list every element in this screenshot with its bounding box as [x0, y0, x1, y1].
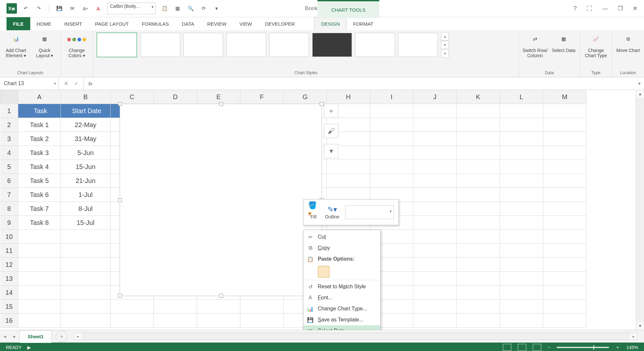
- fx-icon[interactable]: fx: [84, 77, 97, 90]
- row-header[interactable]: 5: [0, 160, 18, 174]
- cell[interactable]: [370, 118, 413, 132]
- cell[interactable]: [413, 188, 457, 202]
- cell[interactable]: [61, 258, 111, 272]
- tab-format[interactable]: FORMAT: [347, 17, 380, 30]
- cell[interactable]: [457, 244, 500, 258]
- cell[interactable]: 15-Jul: [61, 216, 111, 230]
- cell[interactable]: [457, 258, 500, 272]
- chart-style-6[interactable]: [312, 33, 352, 57]
- cell[interactable]: [500, 216, 543, 230]
- col-header-D[interactable]: D: [154, 90, 197, 104]
- cell[interactable]: [457, 314, 500, 328]
- cell[interactable]: [413, 160, 457, 174]
- cell[interactable]: 15-Jun: [61, 160, 111, 174]
- switch-row-column-button[interactable]: ⇄ Switch Row/ Column: [522, 32, 548, 58]
- tab-page-layout[interactable]: PAGE LAYOUT: [88, 17, 135, 30]
- ctx-save-template[interactable]: 💾Save as Template...: [303, 314, 380, 325]
- cell[interactable]: [413, 300, 457, 314]
- cell[interactable]: [413, 230, 457, 244]
- cell[interactable]: [543, 300, 586, 314]
- cell[interactable]: Task 1: [18, 118, 61, 132]
- cell[interactable]: [370, 174, 413, 188]
- mini-shape-style-gallery[interactable]: [345, 205, 394, 219]
- tab-review[interactable]: REVIEW: [201, 17, 233, 30]
- cell[interactable]: [18, 314, 61, 328]
- cell[interactable]: [457, 230, 500, 244]
- cell[interactable]: [500, 146, 543, 160]
- sheet-nav-prev[interactable]: ◂: [0, 333, 10, 339]
- ctx-reset-match-style[interactable]: ↺Reset to Match Style: [303, 281, 380, 292]
- ribbon-display-options-button[interactable]: ⛶: [586, 5, 592, 12]
- chart-elements-button[interactable]: ＋: [324, 104, 338, 118]
- cell[interactable]: [543, 160, 586, 174]
- cell[interactable]: [500, 118, 543, 132]
- tab-home[interactable]: HOME: [30, 17, 58, 30]
- cell[interactable]: [61, 300, 111, 314]
- cell[interactable]: [543, 118, 586, 132]
- cell[interactable]: [500, 286, 543, 300]
- chart-style-1[interactable]: [96, 32, 137, 58]
- cell[interactable]: [457, 132, 500, 146]
- cell[interactable]: [457, 174, 500, 188]
- cell[interactable]: [543, 314, 586, 328]
- zoom-in-button[interactable]: ＋: [615, 344, 620, 350]
- chart-style-2[interactable]: [141, 33, 180, 57]
- cell[interactable]: [327, 160, 370, 174]
- cell[interactable]: [18, 230, 61, 244]
- enter-formula-button[interactable]: ✓: [74, 81, 78, 86]
- mini-fill-button[interactable]: 🪣▾ Fill: [308, 205, 319, 219]
- cell[interactable]: [457, 272, 500, 286]
- cell[interactable]: [413, 286, 457, 300]
- cell[interactable]: [197, 300, 240, 314]
- tab-developer[interactable]: DEVELOPER: [259, 17, 302, 30]
- cell[interactable]: [543, 230, 586, 244]
- cell[interactable]: [18, 244, 61, 258]
- cell[interactable]: [61, 272, 111, 286]
- chart-style-3[interactable]: [183, 33, 223, 57]
- select-data-button[interactable]: ▦ Select Data: [551, 32, 576, 53]
- cell[interactable]: [457, 146, 500, 160]
- cell[interactable]: [457, 286, 500, 300]
- cell[interactable]: [500, 160, 543, 174]
- col-header-M[interactable]: M: [543, 90, 586, 104]
- cell[interactable]: [154, 314, 197, 328]
- font-size-button[interactable]: A▾: [81, 4, 89, 13]
- ctx-copy[interactable]: ⧉Copy: [303, 242, 380, 254]
- cell[interactable]: [500, 314, 543, 328]
- cell[interactable]: [111, 300, 154, 314]
- cell[interactable]: [457, 118, 500, 132]
- cell[interactable]: [327, 174, 370, 188]
- row-header[interactable]: 2: [0, 118, 18, 132]
- col-header-C[interactable]: C: [111, 90, 154, 104]
- col-header-E[interactable]: E: [197, 90, 240, 104]
- tab-insert[interactable]: INSERT: [58, 17, 89, 30]
- col-header-A[interactable]: A: [18, 90, 61, 104]
- cell[interactable]: Task 7: [18, 202, 61, 216]
- cell[interactable]: Start Date: [61, 104, 111, 118]
- cell[interactable]: [413, 314, 457, 328]
- cell[interactable]: [457, 160, 500, 174]
- cell[interactable]: [18, 300, 61, 314]
- refresh-button[interactable]: ⟳: [199, 4, 208, 13]
- quick-layout-button[interactable]: ▦ Quick Layout ▾: [32, 32, 57, 58]
- formula-input[interactable]: [97, 77, 635, 90]
- zoom-slider[interactable]: [557, 347, 609, 348]
- cell[interactable]: [413, 216, 457, 230]
- minimize-window-button[interactable]: —: [602, 5, 608, 12]
- row-header[interactable]: 7: [0, 188, 18, 202]
- cell[interactable]: [111, 314, 154, 328]
- horizontal-scrollbar[interactable]: ◂▸: [74, 333, 637, 340]
- row-header[interactable]: 9: [0, 216, 18, 230]
- cell[interactable]: 1-Jul: [61, 188, 111, 202]
- cell[interactable]: [543, 202, 586, 216]
- ctx-cut[interactable]: ✂Cut: [303, 231, 380, 242]
- cell[interactable]: [154, 300, 197, 314]
- cell[interactable]: [500, 244, 543, 258]
- mini-outline-button[interactable]: ✎▾ Outline: [325, 205, 339, 219]
- cell[interactable]: [500, 132, 543, 146]
- row-header[interactable]: 13: [0, 272, 18, 286]
- tab-formulas[interactable]: FORMULAS: [135, 17, 175, 30]
- zoom-out-button[interactable]: −: [548, 345, 550, 350]
- cell[interactable]: [500, 272, 543, 286]
- cell[interactable]: [500, 258, 543, 272]
